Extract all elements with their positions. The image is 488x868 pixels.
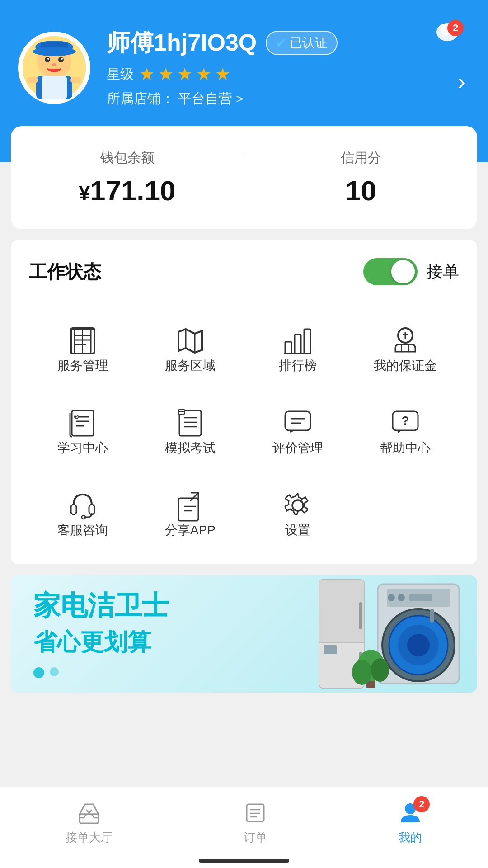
notification-button[interactable]: 2 bbox=[429, 18, 465, 54]
svg-point-45 bbox=[82, 515, 85, 519]
svg-point-5 bbox=[33, 47, 76, 56]
headset-icon bbox=[66, 489, 99, 522]
bottom-pill bbox=[199, 859, 289, 863]
svg-point-65 bbox=[398, 594, 405, 601]
menu-item-ranking[interactable]: 排行榜 bbox=[244, 308, 352, 391]
menu-label-settings: 设置 bbox=[285, 522, 310, 539]
wallet-label: 钱包余额 bbox=[29, 149, 225, 167]
work-status-right: 接单 bbox=[363, 258, 459, 285]
wallet-currency: ¥ bbox=[79, 182, 89, 204]
nav-badge-mine: 2 bbox=[413, 796, 430, 812]
menu-grid: 服务管理 服务区域 排行榜 bbox=[29, 299, 459, 564]
svg-point-8 bbox=[47, 58, 49, 60]
star-label: 星级 bbox=[107, 65, 134, 84]
svg-rect-54 bbox=[359, 602, 362, 629]
profile-name-row: 师傅1hj7IO3Q ✔ 已认证 bbox=[107, 27, 470, 59]
svg-rect-22 bbox=[285, 342, 291, 354]
star-3: ★ bbox=[177, 64, 192, 84]
share-icon bbox=[174, 489, 206, 522]
menu-item-share-app[interactable]: 分享APP bbox=[136, 473, 244, 555]
menu-item-review[interactable]: 评价管理 bbox=[244, 391, 352, 473]
inbox-icon bbox=[77, 801, 101, 825]
avatar[interactable] bbox=[18, 32, 90, 104]
svg-point-10 bbox=[52, 63, 56, 66]
star-4: ★ bbox=[196, 64, 211, 84]
profile-info: 师傅1hj7IO3Q ✔ 已认证 星级 ★ ★ ★ ★ ★ 所属店铺： 平台自营… bbox=[107, 27, 470, 108]
accept-label: 接单 bbox=[427, 261, 459, 283]
menu-label-share-app: 分享APP bbox=[165, 522, 216, 539]
credit-item[interactable]: 信用分 10 bbox=[244, 126, 477, 229]
svg-point-9 bbox=[61, 58, 63, 60]
nav-badge-wrap: 2 bbox=[398, 801, 422, 825]
svg-point-62 bbox=[407, 634, 430, 656]
svg-text:?: ? bbox=[401, 414, 409, 428]
star-5: ★ bbox=[215, 64, 230, 84]
menu-label-deposit: 我的保证金 bbox=[374, 357, 437, 374]
nav-item-orders[interactable]: 订单 bbox=[216, 796, 295, 850]
banner-svg bbox=[296, 575, 477, 693]
svg-rect-46 bbox=[178, 498, 198, 521]
work-status-label: 工作状态 bbox=[29, 259, 101, 284]
chart-icon bbox=[282, 325, 314, 357]
menu-label-service-management: 服务管理 bbox=[57, 357, 108, 374]
profile-arrow-icon[interactable]: › bbox=[458, 68, 465, 94]
work-section: 工作状态 接单 服务管理 bbox=[11, 240, 477, 564]
svg-rect-38 bbox=[285, 411, 310, 430]
menu-item-empty bbox=[352, 473, 459, 555]
help-icon: ? bbox=[389, 407, 422, 439]
store-label: 所属店铺： bbox=[107, 90, 174, 108]
svg-point-64 bbox=[388, 594, 395, 601]
work-status-row: 工作状态 接单 bbox=[29, 240, 459, 299]
book-icon bbox=[66, 325, 99, 357]
nav-item-mine[interactable]: 2 我的 bbox=[371, 796, 450, 850]
learn-icon bbox=[66, 407, 99, 439]
banner-text-area: 家电洁卫士 省心更划算 bbox=[11, 575, 296, 693]
menu-label-mock-exam: 模拟考试 bbox=[165, 439, 216, 457]
svg-rect-23 bbox=[295, 335, 301, 354]
menu-label-learning: 学习中心 bbox=[57, 439, 108, 457]
store-row[interactable]: 所属店铺： 平台自营 > bbox=[107, 90, 470, 108]
menu-item-service-management[interactable]: 服务管理 bbox=[29, 308, 136, 391]
menu-label-ranking: 排行榜 bbox=[279, 357, 317, 374]
work-status-toggle[interactable] bbox=[363, 258, 418, 285]
store-name: 平台自营 bbox=[178, 90, 232, 108]
menu-item-help[interactable]: ? 帮助中心 bbox=[352, 391, 459, 473]
svg-rect-63 bbox=[430, 609, 434, 623]
svg-rect-43 bbox=[71, 505, 76, 514]
svg-rect-66 bbox=[409, 594, 432, 601]
svg-point-69 bbox=[352, 660, 372, 685]
svg-rect-14 bbox=[70, 77, 81, 83]
menu-item-customer-service[interactable]: 客服咨询 bbox=[29, 473, 136, 555]
banner-subtitle: 省心更划算 bbox=[33, 627, 274, 658]
svg-point-7 bbox=[58, 57, 64, 62]
notification-badge: 2 bbox=[447, 20, 464, 36]
exam-icon bbox=[174, 407, 206, 439]
star-1: ★ bbox=[139, 64, 155, 84]
wallet-card: 钱包余额 ¥171.10 信用分 10 bbox=[11, 126, 477, 229]
menu-label-help: 帮助中心 bbox=[380, 439, 431, 457]
hand-coin-icon bbox=[389, 325, 422, 357]
menu-item-learning[interactable]: 学习中心 bbox=[29, 391, 136, 473]
menu-item-deposit[interactable]: 我的保证金 bbox=[352, 308, 459, 391]
svg-line-47 bbox=[190, 493, 198, 501]
comment-icon bbox=[282, 407, 314, 439]
svg-point-6 bbox=[45, 57, 50, 62]
star-2: ★ bbox=[158, 64, 174, 84]
profile-section: 师傅1hj7IO3Q ✔ 已认证 星级 ★ ★ ★ ★ ★ 所属店铺： 平台自营… bbox=[18, 27, 470, 108]
svg-rect-24 bbox=[304, 329, 310, 354]
verified-label: 已认证 bbox=[290, 34, 328, 52]
wallet-item[interactable]: 钱包余额 ¥171.10 bbox=[11, 126, 244, 229]
map-icon bbox=[174, 325, 206, 357]
banner-dot-2 bbox=[50, 667, 59, 676]
menu-item-mock-exam[interactable]: 模拟考试 bbox=[136, 391, 244, 473]
promo-banner[interactable]: 家电洁卫士 省心更划算 bbox=[11, 575, 477, 693]
wallet-amount: ¥171.10 bbox=[29, 175, 225, 207]
toggle-knob bbox=[391, 260, 415, 283]
nav-label-orders: 订单 bbox=[244, 830, 267, 845]
nav-item-order-hall[interactable]: 接单大厅 bbox=[38, 796, 140, 850]
menu-item-settings[interactable]: 设置 bbox=[244, 473, 352, 555]
nav-label-order-hall: 接单大厅 bbox=[66, 830, 113, 845]
svg-point-70 bbox=[371, 658, 389, 682]
bottom-navigation: 接单大厅 订单 2 我的 bbox=[0, 787, 488, 868]
menu-item-service-area[interactable]: 服务区域 bbox=[136, 308, 244, 391]
